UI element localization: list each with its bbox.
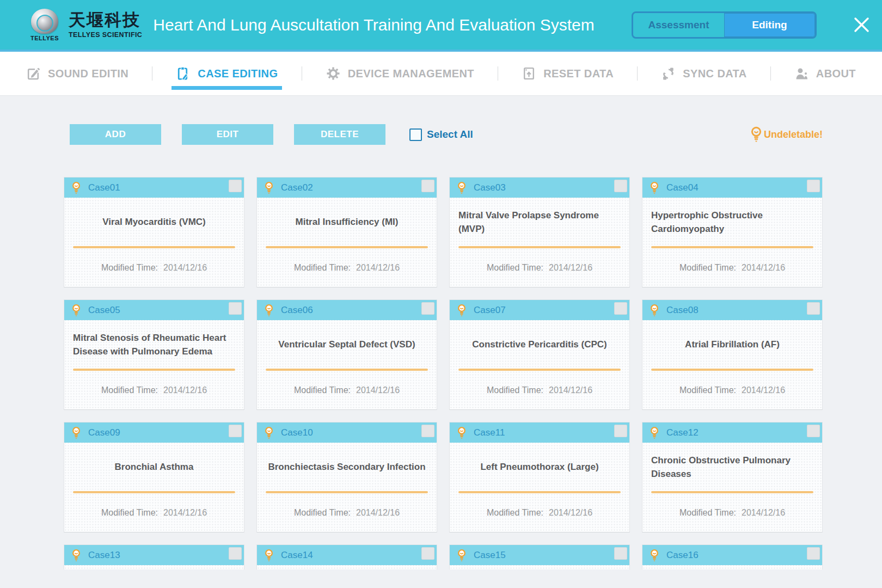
case-card-header: Case09 <box>64 422 244 443</box>
delete-button[interactable]: DELETE <box>294 124 385 145</box>
modified-time-label: Modified Time: <box>101 385 158 395</box>
case-id: Case13 <box>88 550 120 561</box>
case-title: Constrictive Pericarditis (CPC) <box>472 338 607 352</box>
case-card[interactable]: Case14 <box>256 544 437 569</box>
case-checkbox[interactable] <box>614 547 627 560</box>
case-checkbox[interactable] <box>229 425 242 437</box>
modified-time-value: 2014/12/16 <box>742 385 785 395</box>
lightbulb-icon <box>71 181 81 194</box>
close-button[interactable] <box>850 14 873 36</box>
case-footer: Modified Time: 2014/12/16 <box>64 493 244 532</box>
case-card[interactable]: Case13 <box>64 544 244 569</box>
case-checkbox[interactable] <box>421 425 434 437</box>
case-checkbox[interactable] <box>614 302 627 315</box>
lightbulb-icon <box>650 181 659 194</box>
editing-button[interactable]: Editing <box>724 13 815 37</box>
brand-name-en: TELLYES SCIENTIFIC <box>69 31 142 39</box>
case-checkbox[interactable] <box>421 180 434 192</box>
lightbulb-icon <box>264 549 274 562</box>
person-icon <box>794 66 809 81</box>
case-title-wrap: Viral Myocarditis (VMC) <box>64 198 244 246</box>
lightbulb-icon <box>264 181 274 194</box>
modified-time-value: 2014/12/16 <box>163 263 207 273</box>
case-id: Case02 <box>281 182 313 193</box>
case-card-header: Case08 <box>642 300 822 320</box>
case-card[interactable]: Case07 Constrictive Pericarditis (CPC) M… <box>449 299 630 410</box>
select-all-checkbox[interactable] <box>409 128 422 141</box>
select-all-label[interactable]: Select All <box>427 128 473 140</box>
nav-item-sync-data[interactable]: SYNC DATA <box>661 52 746 95</box>
case-id: Case04 <box>666 182 699 193</box>
case-checkbox[interactable] <box>807 180 820 192</box>
case-checkbox[interactable] <box>614 425 627 437</box>
case-checkbox[interactable] <box>614 180 627 192</box>
case-id: Case05 <box>88 305 120 316</box>
case-checkbox[interactable] <box>229 302 242 315</box>
mode-toggle: Assessment Editing <box>632 11 817 39</box>
case-card[interactable]: Case05 Mitral Stenosis of Rheumatic Hear… <box>64 299 244 410</box>
case-card[interactable]: Case04 Hypertrophic Obstructive Cardiomy… <box>642 177 823 287</box>
nav-item-device-management[interactable]: DEVICE MANAGEMENT <box>326 52 474 95</box>
case-card-header: Case05 <box>64 300 244 320</box>
nav-item-about[interactable]: ABOUT <box>794 52 856 95</box>
case-card[interactable]: Case16 <box>642 544 823 569</box>
case-card[interactable]: Case15 <box>449 544 630 569</box>
main-nav: SOUND EDITIN CASE EDITING DEVICE MANAGEM… <box>0 52 882 95</box>
case-card[interactable]: Case06 Ventricular Septal Defect (VSD) M… <box>256 299 437 410</box>
modified-time-label: Modified Time: <box>294 385 351 395</box>
case-title-wrap <box>450 565 629 569</box>
nav-separator <box>302 66 302 81</box>
case-checkbox[interactable] <box>421 547 434 560</box>
case-checkbox[interactable] <box>229 180 242 192</box>
case-title-wrap: Atrial Fibrillation (AF) <box>642 320 822 369</box>
case-card[interactable]: Case11 Left Pneumothorax (Large) Modifie… <box>449 422 630 532</box>
nav-separator <box>498 66 498 81</box>
case-card[interactable]: Case08 Atrial Fibrillation (AF) Modified… <box>642 299 823 410</box>
modified-time-label: Modified Time: <box>101 263 158 273</box>
brand-name-cn: 天堰科技 <box>69 11 142 29</box>
case-id: Case10 <box>281 427 313 438</box>
case-footer: Modified Time: 2014/12/16 <box>64 248 244 287</box>
case-card-header: Case02 <box>257 177 437 198</box>
case-checkbox[interactable] <box>229 547 242 560</box>
lightbulb-icon <box>457 549 467 562</box>
case-checkbox[interactable] <box>421 302 434 315</box>
lightbulb-icon <box>650 549 659 562</box>
case-card[interactable]: Case02 Mitral Insufficiency (MI) Modifie… <box>256 177 437 287</box>
nav-item-reset-data[interactable]: RESET DATA <box>522 52 614 95</box>
case-id: Case14 <box>281 550 313 561</box>
case-card-header: Case16 <box>642 545 822 565</box>
modified-time-value: 2014/12/16 <box>549 508 592 518</box>
case-card[interactable]: Case01 Viral Myocarditis (VMC) Modified … <box>64 177 244 287</box>
case-card-header: Case11 <box>450 422 629 443</box>
case-card[interactable]: Case03 Mitral Valve Prolapse Syndrome (M… <box>449 177 630 287</box>
case-footer: Modified Time: 2014/12/16 <box>642 371 822 409</box>
nav-item-case-editing[interactable]: CASE EDITING <box>176 52 278 95</box>
lightbulb-icon <box>650 426 659 439</box>
edit-button[interactable]: EDIT <box>182 124 273 145</box>
case-id: Case11 <box>474 427 505 438</box>
lightbulb-icon <box>264 304 274 317</box>
assessment-button[interactable]: Assessment <box>633 13 724 37</box>
case-id: Case07 <box>474 305 506 316</box>
edit-square-icon <box>26 66 41 81</box>
case-checkbox[interactable] <box>807 425 820 437</box>
case-checkbox[interactable] <box>807 547 820 560</box>
case-footer: Modified Time: 2014/12/16 <box>257 248 437 287</box>
case-checkbox[interactable] <box>807 302 820 315</box>
add-button[interactable]: ADD <box>70 124 161 145</box>
case-card[interactable]: Case10 Bronchiectasis Secondary Infectio… <box>256 422 437 532</box>
case-footer: Modified Time: 2014/12/16 <box>450 493 629 532</box>
gear-icon <box>326 66 341 81</box>
case-title-wrap: Mitral Insufficiency (MI) <box>257 198 437 246</box>
case-title: Ventricular Septal Defect (VSD) <box>278 338 415 352</box>
modified-time-value: 2014/12/16 <box>742 508 785 518</box>
nav-item-sound-editing[interactable]: SOUND EDITIN <box>26 52 128 95</box>
sync-arrows-icon <box>661 66 676 81</box>
case-card[interactable]: Case12 Chronic Obstructive Pulmonary Dis… <box>642 422 823 532</box>
case-footer: Modified Time: 2014/12/16 <box>450 248 629 287</box>
select-all-control[interactable]: Select All <box>409 128 473 141</box>
case-card[interactable]: Case09 Bronchial Asthma Modified Time: 2… <box>64 422 244 532</box>
case-footer: Modified Time: 2014/12/16 <box>257 493 437 532</box>
nav-separator <box>770 66 771 81</box>
